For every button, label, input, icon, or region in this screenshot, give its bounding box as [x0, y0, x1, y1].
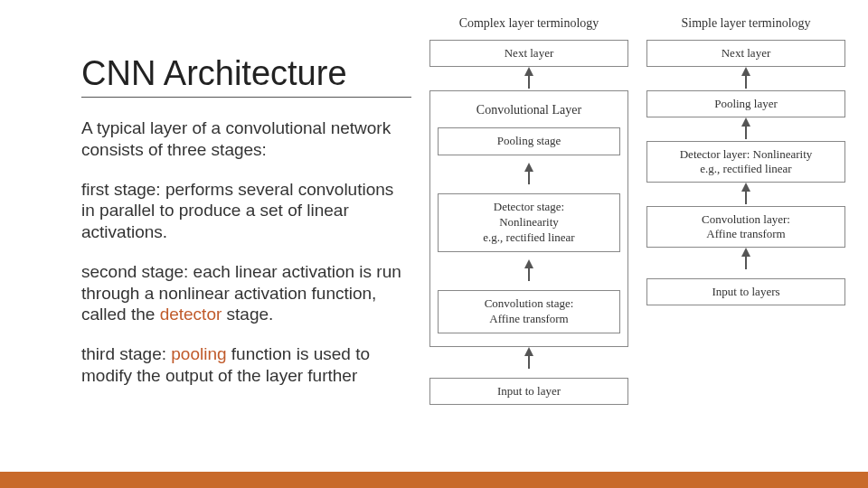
box-pooling-stage: Pooling stage: [438, 127, 620, 155]
box-next-layer: Next layer: [429, 40, 628, 67]
diagram-simple-col: Simple layer terminology Next layer Pool…: [646, 16, 845, 488]
box-next-layer: Next layer: [646, 40, 845, 67]
para-stage1: ﬁrst stage: performs several convolution…: [81, 179, 411, 243]
box-detector-layer: Detector layer: Nonlinearity e.g., recti…: [646, 141, 845, 183]
intro-para: A typical layer of a convolutional netwo…: [81, 117, 411, 161]
footer-bar: [0, 472, 868, 488]
arrow-icon: [524, 163, 533, 186]
col-header-complex: Complex layer terminology: [459, 16, 599, 31]
arrow-icon: [524, 347, 533, 371]
group-title: Convolutional Layer: [438, 102, 620, 120]
arrow-icon: [741, 117, 750, 141]
diagram-complex-col: Complex layer terminology Next layer Con…: [429, 16, 628, 488]
box-conv-layer: Convolution layer: Affine transform: [646, 206, 845, 248]
para-stage2: second stage: each linear activation is …: [81, 261, 411, 325]
box-detector-stage: Detector stage: Nonlinearity e.g., recti…: [438, 193, 620, 252]
conv-layer-group: Convolutional Layer Pooling stage Detect…: [429, 90, 628, 347]
arrow-icon: [741, 183, 750, 206]
arrow-icon: [741, 248, 750, 271]
text-column: CNN Architecture A typical layer of a co…: [0, 0, 425, 488]
slide-title: CNN Architecture: [81, 54, 411, 98]
hl-detector: detector: [160, 305, 222, 324]
arrow-icon: [741, 67, 750, 90]
arrow-icon: [524, 259, 533, 283]
hl-pooling: pooling: [171, 344, 226, 363]
box-input-layer: Input to layer: [429, 378, 628, 405]
col-header-simple: Simple layer terminology: [681, 16, 810, 31]
box-input-layers: Input to layers: [646, 278, 845, 305]
box-pooling-layer: Pooling layer: [646, 90, 845, 117]
arrow-icon: [524, 67, 533, 90]
box-conv-stage: Convolution stage: Affine transform: [438, 290, 620, 333]
para-stage3: third stage: pooling function is used to…: [81, 343, 411, 387]
diagram-area: Complex layer terminology Next layer Con…: [425, 0, 868, 488]
